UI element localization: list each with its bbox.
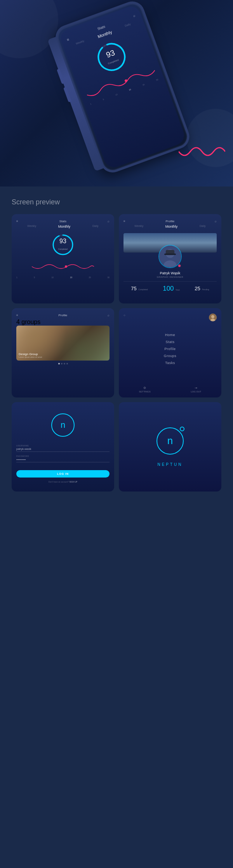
sc-axis-5: 5 bbox=[34, 276, 35, 279]
menu-circle-icon: ○ bbox=[123, 314, 125, 321]
menu-item-home[interactable]: Home bbox=[165, 333, 175, 337]
phone-tab-weekly: Weekly bbox=[75, 40, 85, 47]
profile-screen-card: ≡ Profile ⌕ Weekly Monthly Daily bbox=[119, 214, 221, 303]
settings-label: SETTINGS bbox=[139, 390, 151, 393]
login-logo: n bbox=[51, 413, 75, 437]
username-field: USERNAME patryk.wasik bbox=[16, 444, 110, 452]
signup-link[interactable]: SIGN UP bbox=[70, 481, 78, 483]
sc-profile-tab-daily: Daily bbox=[200, 225, 206, 228]
login-button[interactable]: LOG IN bbox=[16, 470, 110, 478]
password-label: PASSWORD bbox=[16, 455, 110, 457]
login-logo-letter: n bbox=[61, 420, 65, 430]
dot-2 bbox=[61, 363, 63, 364]
sc-stats-menu-icon: ≡ bbox=[16, 220, 18, 223]
login-screen-card: n USERNAME patryk.wasik PASSWORD •••••••… bbox=[12, 402, 114, 492]
hero-section: ≡ Stats ⌕ Weekly Monthly Daily bbox=[0, 0, 233, 186]
group-card-name: Design Group bbox=[19, 352, 107, 356]
dot-indicators bbox=[16, 363, 110, 364]
splash-screen-card: n NEPTUN bbox=[119, 402, 221, 492]
password-field: PASSWORD •••••••••• bbox=[16, 455, 110, 462]
svg-point-5 bbox=[65, 265, 67, 268]
username-label: USERNAME bbox=[16, 444, 110, 447]
settings-icon: ⚙ bbox=[139, 386, 151, 390]
sc-groups-search-icon: ⌕ bbox=[108, 314, 110, 317]
groups-screen-card: ≡ Profile ⌕ 4 groups Design Group Lorem … bbox=[12, 308, 114, 397]
splash-brand-name: NEPTUN bbox=[157, 462, 183, 467]
phone-volume-up bbox=[57, 68, 65, 84]
logout-button[interactable]: ⇥ LOG OUT bbox=[191, 386, 201, 393]
sc-axis-30: 30 bbox=[107, 276, 110, 279]
svg-rect-10 bbox=[164, 254, 176, 255]
menu-avatar-small bbox=[209, 314, 217, 321]
sc-stats-search-icon: ⌕ bbox=[108, 220, 110, 223]
sc-profile-title: Profile bbox=[165, 220, 174, 223]
pstat-total: 100 Total bbox=[163, 285, 179, 293]
profile-role: Graphic Designer bbox=[123, 276, 217, 278]
menu-top-icons: ○ bbox=[123, 314, 217, 321]
sc-stats-gauge: 93 Completed bbox=[51, 233, 75, 256]
phone-volume-down bbox=[63, 87, 71, 102]
svg-point-2 bbox=[124, 79, 127, 82]
dot-3 bbox=[64, 363, 65, 364]
menu-item-groups[interactable]: Groups bbox=[164, 354, 177, 358]
phone-tab-daily: Daily bbox=[124, 23, 132, 29]
phone-menu-icon: ≡ bbox=[66, 37, 70, 42]
sc-stats-tab-daily: Daily bbox=[92, 225, 99, 228]
sc-stats-value: 93 bbox=[58, 238, 68, 244]
username-value[interactable]: patryk.wasik bbox=[16, 448, 110, 452]
phone-tab-monthly: Monthly bbox=[97, 30, 113, 39]
profile-notification-dot bbox=[178, 264, 181, 267]
menu-item-stats[interactable]: Stats bbox=[165, 340, 174, 344]
group-card-image: Design Group Lorem ipsum dolor sit amet bbox=[16, 326, 110, 361]
phone-stats-label: Stats bbox=[97, 24, 106, 31]
profile-name: Patryk Wąsik bbox=[123, 271, 217, 275]
logout-icon: ⇥ bbox=[191, 386, 201, 390]
splash-screen: n NEPTUN bbox=[119, 402, 221, 492]
sc-axis-25: 25 bbox=[89, 276, 91, 279]
splash-logo-letter: n bbox=[167, 435, 173, 447]
pstat-completed-value: 75 bbox=[131, 286, 136, 291]
screens-grid: ≡ Stats ⌕ Weekly Monthly Daily bbox=[12, 214, 221, 492]
pstat-completed-label: Completed bbox=[138, 288, 148, 291]
pstat-total-label: Total bbox=[176, 289, 180, 291]
svg-point-12 bbox=[211, 315, 214, 318]
sc-axis-1: 1 bbox=[16, 276, 17, 279]
sc-profile-menu-icon: ≡ bbox=[123, 220, 125, 223]
dot-1 bbox=[58, 363, 60, 364]
pstat-completed: 75 Completed bbox=[131, 285, 148, 293]
pstat-pending-label: Pending bbox=[202, 288, 209, 291]
phone-screen: ≡ Stats ⌕ Weekly Monthly Daily bbox=[58, 4, 187, 170]
sc-axis-10: 10 bbox=[51, 276, 54, 279]
pstat-pending-value: 25 bbox=[195, 286, 200, 291]
menu-bottom-actions: ⚙ SETTINGS ⇥ LOG OUT bbox=[119, 386, 221, 393]
signup-prompt: Don't have an account? SIGN UP bbox=[16, 481, 110, 483]
sc-profile-tab-monthly: Monthly bbox=[165, 225, 178, 228]
menu-item-profile[interactable]: Profile bbox=[164, 347, 176, 351]
sc-stats-title: Stats bbox=[59, 220, 66, 223]
dot-4 bbox=[66, 363, 68, 364]
logout-label: LOG OUT bbox=[191, 390, 201, 393]
sc-axis-20: 20 bbox=[70, 276, 72, 279]
phone-gauge: 93 Completed bbox=[92, 37, 132, 77]
menu-item-tasks[interactable]: Tasks bbox=[165, 361, 175, 365]
group-card-desc: Lorem ipsum dolor sit amet bbox=[19, 356, 107, 358]
sc-profile-tab-weekly: Weekly bbox=[134, 225, 143, 228]
pstat-total-value: 100 bbox=[163, 285, 174, 292]
menu-nav-items: Home Stats Profile Groups Tasks bbox=[123, 333, 217, 365]
pstat-pending: 25 Pending bbox=[195, 285, 209, 293]
sc-stats-label: Completed bbox=[58, 248, 68, 250]
groups-count: 4 groups bbox=[16, 319, 110, 326]
sc-stats-tab-monthly: Monthly bbox=[58, 225, 71, 228]
phone-search-icon: ⌕ bbox=[132, 14, 136, 18]
stats-screen-card: ≡ Stats ⌕ Weekly Monthly Daily bbox=[12, 214, 114, 303]
pink-wave-accent bbox=[179, 140, 225, 163]
menu-screen-card: ○ Home Stats Profile Groups Tasks bbox=[119, 308, 221, 397]
settings-button[interactable]: ⚙ SETTINGS bbox=[139, 386, 151, 393]
screen-preview-section: Screen preview ≡ Stats ⌕ Weekly Monthly … bbox=[0, 186, 233, 499]
sc-groups-title: Profile bbox=[58, 314, 67, 317]
sc-stats-tab-weekly: Weekly bbox=[27, 225, 36, 228]
password-value[interactable]: •••••••••• bbox=[16, 458, 110, 462]
splash-logo: n bbox=[156, 427, 184, 455]
section-title: Screen preview bbox=[12, 198, 221, 206]
sc-groups-menu-icon: ≡ bbox=[16, 314, 18, 317]
